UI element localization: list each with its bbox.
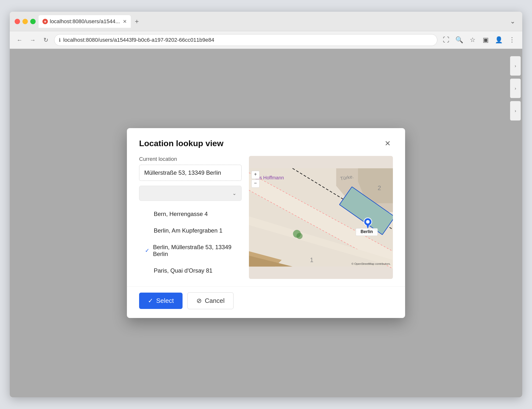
list-item-selected[interactable]: ✓ Berlin, Müllerstraße 53, 13349 Berlin <box>139 239 242 262</box>
cancel-button[interactable]: ⊘ Cancel <box>187 292 234 309</box>
current-location-input[interactable]: Müllerstraße 53, 13349 Berlin <box>139 165 242 181</box>
current-location-field: Current location Müllerstraße 53, 13349 … <box>139 156 242 181</box>
location-list: Bern, Herrengasse 4 Berlin, Am Kupfergra… <box>139 206 242 279</box>
address-bar[interactable]: ℹ localhost:8080/users/a15443f9-b0c6-a19… <box>54 34 437 46</box>
bookmark-button[interactable]: ☆ <box>467 35 478 45</box>
traffic-light-green[interactable] <box>30 19 36 24</box>
expand-toggle-2[interactable]: › <box>510 79 521 98</box>
svg-text:2: 2 <box>378 184 381 191</box>
tab-title: localhost:8080/users/a1544... <box>50 18 120 25</box>
expand-toggle-3[interactable]: › <box>510 101 521 121</box>
svg-point-19 <box>366 220 369 224</box>
check-icon: ✓ <box>145 247 150 254</box>
location-item-label-2: Berlin, Am Kupfergraben 1 <box>154 227 223 234</box>
window-dropdown-button[interactable]: ⌄ <box>508 16 517 27</box>
cast-button[interactable]: ⛶ <box>441 35 451 45</box>
list-item[interactable]: Berlin, Am Kupfergraben 1 <box>139 222 242 239</box>
traffic-lights <box>15 19 36 24</box>
toolbar-actions: ⛶ 🔍 ☆ ▣ 👤 ⋮ <box>441 35 517 45</box>
current-location-label: Current location <box>139 156 242 162</box>
select-button[interactable]: ✓ Select <box>139 293 183 309</box>
modal-title: Location lookup view <box>139 139 224 148</box>
traffic-light-red[interactable] <box>15 19 20 24</box>
browser-content: Location lookup view ✕ Current location … <box>10 49 522 397</box>
chevron-down-icon: ⌄ <box>232 190 236 196</box>
expand-toggle-1[interactable]: › <box>510 56 521 76</box>
map-panel[interactable]: Iris Hoffmann Türke. 2 1 <box>249 156 393 279</box>
url-text: localhost:8080/users/a15443f9-b0c6-a197-… <box>63 37 214 43</box>
svg-text:−: − <box>254 180 257 186</box>
svg-text:© OpenStreetMap contributors.: © OpenStreetMap contributors. <box>351 262 391 265</box>
traffic-light-yellow[interactable] <box>22 19 28 24</box>
left-panel: Current location Müllerstraße 53, 13349 … <box>139 156 242 279</box>
zoom-button[interactable]: 🔍 <box>454 35 465 45</box>
tab-bar: ◈ localhost:8080/users/a1544... ✕ + <box>39 15 505 28</box>
expand-toggles: › › › <box>508 49 522 397</box>
location-item-label-1: Bern, Herrengasse 4 <box>154 211 208 217</box>
location-item-label-3: Berlin, Müllerstraße 53, 13349 Berlin <box>153 244 236 257</box>
svg-text:1: 1 <box>310 256 313 263</box>
back-button[interactable]: ← <box>15 35 24 45</box>
browser-window: ◈ localhost:8080/users/a1544... ✕ + ⌄ ← … <box>10 12 522 397</box>
security-icon: ℹ <box>59 37 61 43</box>
modal-overlay: Location lookup view ✕ Current location … <box>10 49 522 397</box>
list-item[interactable]: Bern, Herrengasse 4 <box>139 206 242 222</box>
location-dropdown[interactable]: ⌄ <box>139 186 242 201</box>
menu-button[interactable]: ⋮ <box>507 35 517 45</box>
location-lookup-modal: Location lookup view ✕ Current location … <box>127 128 405 318</box>
modal-header: Location lookup view ✕ <box>127 128 405 153</box>
browser-titlebar: ◈ localhost:8080/users/a1544... ✕ + ⌄ <box>10 12 522 31</box>
list-item[interactable]: Paris, Quai d'Orsay 81 <box>139 262 242 279</box>
tab-close-button[interactable]: ✕ <box>123 19 127 24</box>
active-tab[interactable]: ◈ localhost:8080/users/a1544... ✕ <box>39 15 131 28</box>
sidebar-button[interactable]: ▣ <box>480 35 491 45</box>
svg-text:Berlin: Berlin <box>360 229 373 234</box>
map-svg: Iris Hoffmann Türke. 2 1 <box>249 156 393 279</box>
forward-button[interactable]: → <box>28 35 38 45</box>
select-check-icon: ✓ <box>148 297 153 305</box>
modal-body: Current location Müllerstraße 53, 13349 … <box>127 153 405 286</box>
cancel-label: Cancel <box>205 297 225 305</box>
modal-footer: ✓ Select ⊘ Cancel <box>127 286 405 318</box>
svg-point-10 <box>297 233 303 239</box>
browser-toolbar: ← → ↻ ℹ localhost:8080/users/a15443f9-b0… <box>10 31 522 49</box>
new-tab-button[interactable]: + <box>133 16 141 27</box>
profile-button[interactable]: 👤 <box>493 35 504 45</box>
select-label: Select <box>156 297 174 305</box>
location-item-label-4: Paris, Quai d'Orsay 81 <box>154 267 213 274</box>
reload-button[interactable]: ↻ <box>41 35 51 45</box>
cancel-circle-icon: ⊘ <box>196 297 202 305</box>
modal-close-button[interactable]: ✕ <box>382 138 393 149</box>
tab-favicon: ◈ <box>42 19 48 24</box>
svg-text:+: + <box>254 172 257 177</box>
svg-text:Iris Hoffmann: Iris Hoffmann <box>256 175 284 180</box>
